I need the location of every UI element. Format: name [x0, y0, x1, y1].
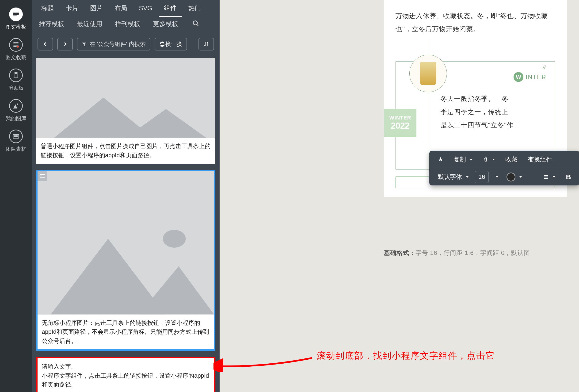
winter-body-line: 是以二十四节气"立冬"作: [440, 119, 545, 132]
subtab-sample[interactable]: 样刊模板: [112, 18, 143, 30]
fontsize-value: 16: [478, 173, 485, 180]
decorative-slashes: //: [543, 65, 545, 71]
search-filter-box[interactable]: 在 '公众号组件' 内搜索: [77, 38, 150, 51]
article-intro: 万物进入休养、收藏状态。冬，即"终也、万物收藏也"，立冬后万物开始闭藏。: [396, 9, 555, 36]
tab-image[interactable]: 图片: [85, 0, 108, 16]
nav-label: 剪贴板: [8, 84, 24, 91]
font-label: 默认字体: [438, 173, 462, 181]
sort-button[interactable]: [199, 38, 214, 51]
nav-favorite[interactable]: 图文收藏: [0, 35, 32, 65]
footer-label: 基础格式：: [384, 249, 416, 256]
subtab-recent[interactable]: 最近使用: [74, 18, 105, 30]
template-card-image-nocorner[interactable]: 无角标小程序图片：点击工具条上的链接按钮，设置小程序的appId和页面路径，不会…: [36, 170, 215, 351]
tab-hot[interactable]: 热门: [183, 0, 206, 16]
favorite-label: 收藏: [505, 156, 517, 164]
svg-marker-10: [126, 109, 206, 138]
search-icon[interactable]: [192, 20, 199, 28]
team-icon: [9, 130, 23, 143]
align-button[interactable]: [539, 171, 560, 183]
clipboard-icon: [9, 69, 23, 82]
bold-button[interactable]: B: [562, 171, 575, 183]
template-line2: 小程序文字组件，点击工具条上的链接按钮，设置小程序的appId和页面路径。: [42, 371, 210, 390]
transform-button[interactable]: 变换组件: [524, 153, 557, 165]
svg-point-0: [17, 46, 19, 48]
filter-icon: [82, 42, 87, 47]
tab-card[interactable]: 卡片: [61, 0, 83, 16]
footer-detail: 字号 16，行间距 1.6，字间距 0，默认图: [416, 249, 530, 256]
winter-year-tag: WINTER 2022: [384, 109, 416, 137]
svg-marker-11: [51, 239, 165, 314]
pin-button[interactable]: [434, 153, 448, 165]
svg-point-7: [16, 135, 17, 137]
swap-label: 换一换: [165, 40, 182, 48]
svg-point-8: [193, 21, 198, 25]
winter-body-line: 季是四季之一，传统上: [440, 105, 545, 119]
template-icon: [9, 7, 23, 21]
font-selector[interactable]: 默认字体: [434, 171, 473, 183]
nav-label: 我的图库: [6, 115, 26, 122]
template-card-image[interactable]: 普通小程序图片组件，点击图片换成自己图片，再点击工具条上的链接按钮，设置小程序的…: [36, 58, 215, 164]
transform-label: 变换组件: [528, 156, 552, 164]
refresh-icon: [159, 41, 165, 47]
float-row-format: 默认字体 16 B: [429, 168, 579, 185]
toolbar: 在 '公众号组件' 内搜索 换一换: [32, 35, 219, 54]
delete-button[interactable]: [479, 153, 499, 165]
favorite-button[interactable]: 收藏: [501, 153, 522, 165]
subtab-recommend[interactable]: 推荐模板: [36, 18, 67, 30]
template-desc: 请输入文字。 小程序文字组件，点击工具条上的链接按钮，设置小程序的appId和页…: [38, 358, 214, 392]
secondary-tabs: 推荐模板 最近使用 样刊模板 更多模板: [32, 16, 252, 31]
top-panel: 标题 卡片 图片 布局 SVG 组件 热门 主题色 推荐模板 最近使用 样刊模板…: [32, 0, 252, 40]
template-panel[interactable]: 普通小程序图片组件，点击图片换成自己图片，再点击工具条上的链接按钮，设置小程序的…: [32, 54, 219, 392]
template-desc: 无角标小程序图片：点击工具条上的链接按钮，设置小程序的appId和页面路径，不会…: [38, 314, 214, 349]
align-icon: [543, 174, 549, 180]
svg-marker-12: [139, 266, 214, 314]
trash-icon: [483, 157, 489, 162]
color-picker[interactable]: [502, 171, 526, 183]
float-row-actions: 复制 收藏 变换组件: [429, 151, 579, 168]
placeholder-image-icon: [38, 171, 214, 314]
nav-gallery[interactable]: 我的图库: [0, 96, 32, 126]
winter-badge-letter: W: [513, 72, 523, 82]
nav-template[interactable]: 图文模板: [0, 4, 32, 35]
tab-layout[interactable]: 布局: [109, 0, 132, 16]
placeholder-image-icon: [36, 58, 215, 138]
icon-sidebar: 图文模板 图文收藏 剪贴板 我的图库 团队素材: [0, 0, 32, 392]
swap-button[interactable]: 换一换: [155, 38, 187, 51]
template-desc: 普通小程序图片组件，点击图片换成自己图片，再点击工具条上的链接按钮，设置小程序的…: [36, 138, 215, 164]
nav-label: 团队素材: [6, 146, 26, 153]
color-swatch-icon: [507, 172, 515, 181]
winter-badge: W INTER: [513, 72, 546, 82]
copy-label: 复制: [454, 156, 466, 164]
annotation-text: 滚动到底部，找到小程序文字组件，点击它: [317, 350, 495, 362]
floating-toolbar: 复制 收藏 变换组件 默认字体 16 B: [429, 151, 579, 185]
fontsize-input[interactable]: 16: [475, 171, 489, 183]
template-card-text-miniprogram[interactable]: 请输入文字。 小程序文字组件，点击工具条上的链接按钮，设置小程序的appId和页…: [36, 357, 215, 392]
year-num: 2022: [391, 121, 410, 131]
gallery-icon: [9, 99, 23, 113]
forward-button[interactable]: [57, 38, 73, 51]
back-button[interactable]: [38, 38, 53, 51]
footer-meta: 基础格式：字号 16，行间距 1.6，字间距 0，默认图: [384, 249, 530, 257]
svg-rect-5: [13, 135, 19, 138]
svg-marker-3: [13, 105, 17, 108]
svg-point-13: [163, 230, 186, 248]
template-line1: 请输入文字。: [42, 362, 210, 371]
winter-badge-text: INTER: [526, 74, 546, 81]
hamburger-icon: [38, 171, 47, 181]
primary-tabs: 标题 卡片 图片 布局 SVG 组件 热门 主题色: [32, 0, 252, 16]
fontsize-dropdown[interactable]: [491, 171, 501, 183]
tab-component[interactable]: 组件: [159, 0, 182, 17]
nav-label: 图文模板: [6, 23, 26, 30]
favorite-icon: [9, 38, 23, 52]
tab-title[interactable]: 标题: [36, 0, 59, 16]
nav-label: 图文收藏: [6, 54, 26, 61]
winter-circle-image: [409, 55, 447, 92]
canvas-area: 万物进入休养、收藏状态。冬，即"终也、万物收藏也"，立冬后万物开始闭藏。 // …: [219, 0, 579, 392]
annotation-arrow-icon: [214, 353, 314, 372]
copy-button[interactable]: 复制: [449, 153, 477, 165]
nav-clipboard[interactable]: 剪贴板: [0, 65, 32, 96]
nav-team[interactable]: 团队素材: [0, 126, 32, 157]
subtab-more[interactable]: 更多模板: [150, 18, 181, 30]
tab-svg[interactable]: SVG: [134, 1, 157, 16]
search-text: 在 '公众号组件' 内搜索: [90, 40, 146, 48]
